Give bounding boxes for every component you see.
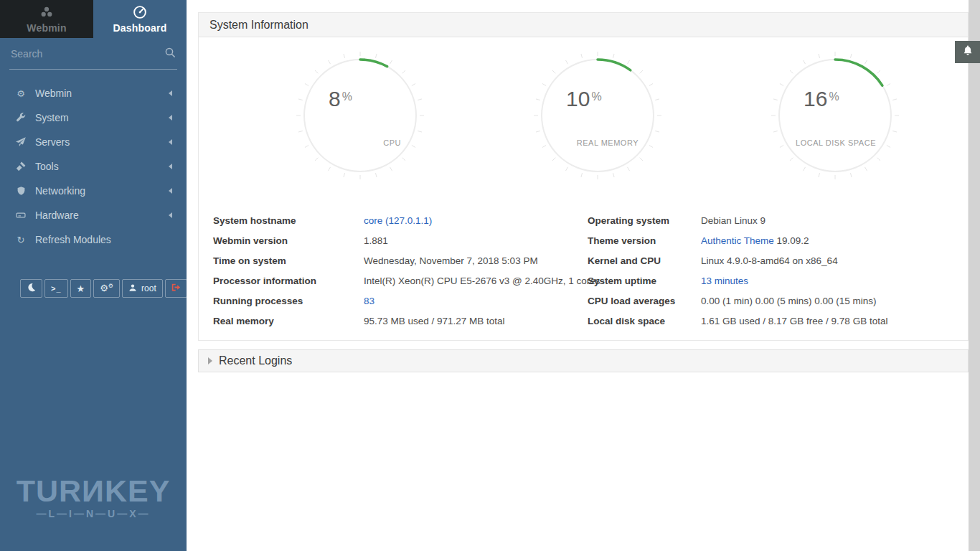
menu-label: Tools xyxy=(35,161,169,172)
refresh-icon: ↻ xyxy=(14,235,27,245)
gears-icon: ⚙⚙ xyxy=(100,283,113,293)
main-content: System Information 8%CPU10%REAL MEMORY16… xyxy=(187,0,969,551)
info-value: 0.00 (1 min) 0.00 (5 mins) 0.00 (15 mins… xyxy=(701,291,968,311)
turnkey-logo-subtitle: —L—I—N—U—X— xyxy=(0,508,187,519)
system-info-right-column: Operating systemDebian Linux 9Theme vers… xyxy=(584,211,968,331)
info-value: 1.881 xyxy=(364,231,600,251)
turnkey-logo: TURИKEY —L—I—N—U—X— xyxy=(0,476,187,519)
sidebar-item-webmin[interactable]: ⚙ Webmin xyxy=(0,81,187,105)
info-value-link[interactable]: core (127.0.1.1) xyxy=(364,215,432,226)
sidebar-item-servers[interactable]: Servers xyxy=(0,130,187,154)
sidebar-menu: ⚙ Webmin System Servers xyxy=(0,81,187,252)
info-value: 1.61 GB used / 8.17 GB free / 9.78 GB to… xyxy=(701,311,968,331)
info-label: CPU load averages xyxy=(588,291,701,311)
sidebar-item-networking[interactable]: Networking xyxy=(0,179,187,203)
info-label: Real memory xyxy=(213,311,364,331)
system-information-header: System Information xyxy=(199,13,968,37)
search-input[interactable] xyxy=(9,45,163,62)
menu-label: Networking xyxy=(35,185,169,197)
recent-logins-toggle[interactable]: Recent Logins xyxy=(198,349,969,372)
info-value: Debian Linux 9 xyxy=(701,211,968,231)
svg-text:CPU: CPU xyxy=(384,138,402,147)
paper-plane-icon xyxy=(14,137,27,147)
system-info-left-column: System hostnamecore (127.0.1.1)Webmin ve… xyxy=(199,211,584,331)
gauge-cpu: 8%CPU xyxy=(292,47,428,184)
bell-icon xyxy=(961,44,974,60)
scrollbar-track xyxy=(969,0,980,551)
info-value-link[interactable]: Authentic Theme xyxy=(701,235,774,246)
menu-label: Servers xyxy=(35,136,169,148)
search-icon[interactable] xyxy=(163,45,177,62)
tab-dashboard-label: Dashboard xyxy=(113,22,167,34)
caret-left-icon xyxy=(169,90,172,96)
sidebar-item-hardware[interactable]: Hardware xyxy=(0,203,187,227)
info-value: 13 minutes xyxy=(701,271,968,291)
night-mode-button[interactable] xyxy=(20,279,42,298)
sidebar-tabs: Webmin Dashboard xyxy=(0,0,187,38)
star-icon: ★ xyxy=(77,284,85,293)
menu-label: Hardware xyxy=(35,209,169,221)
favorites-button[interactable]: ★ xyxy=(70,279,92,298)
menu-label: System xyxy=(35,112,169,123)
info-value: Intel(R) Xeon(R) CPU E5-2676 v3 @ 2.40GH… xyxy=(364,271,600,291)
turnkey-logo-title: TURИKEY xyxy=(0,476,187,507)
tab-webmin-label: Webmin xyxy=(27,22,66,34)
info-label: Local disk space xyxy=(588,311,701,331)
info-value: Linux 4.9.0-8-amd64 on x86_64 xyxy=(701,251,968,271)
caret-right-icon xyxy=(208,357,212,364)
gavel-icon xyxy=(14,161,27,171)
system-info-table: System hostnamecore (127.0.1.1)Webmin ve… xyxy=(199,211,968,340)
tab-dashboard[interactable]: Dashboard xyxy=(93,0,187,38)
shield-icon xyxy=(14,186,27,196)
info-value-link[interactable]: 83 xyxy=(364,296,374,306)
moon-icon xyxy=(27,283,36,294)
info-value: core (127.0.1.1) xyxy=(364,211,600,231)
dashboard-gauge-icon xyxy=(132,4,148,20)
gear-icon: ⚙ xyxy=(14,88,27,99)
sidebar-item-system[interactable]: System xyxy=(0,105,187,130)
gauges-row: 8%CPU10%REAL MEMORY16%LOCAL DISK SPACE xyxy=(199,37,968,211)
info-label: Processor information xyxy=(213,271,364,291)
logout-icon xyxy=(171,283,181,294)
gauge-local-disk-space: 16%LOCAL DISK SPACE xyxy=(767,47,903,184)
webmin-app: Webmin Dashboard ⚙ Webmin xyxy=(0,0,969,551)
menu-label: Refresh Modules xyxy=(35,234,172,245)
caret-left-icon xyxy=(169,212,172,218)
terminal-button[interactable]: >_ xyxy=(44,279,68,298)
info-value: 83 xyxy=(364,291,600,311)
caret-left-icon xyxy=(169,139,172,145)
user-button[interactable]: root xyxy=(122,279,163,298)
quickbar: >_ ★ ⚙⚙ root xyxy=(20,279,187,298)
info-label: Theme version xyxy=(588,231,701,251)
sidebar: Webmin Dashboard ⚙ Webmin xyxy=(0,0,187,551)
caret-left-icon xyxy=(169,164,172,169)
svg-text:LOCAL DISK SPACE: LOCAL DISK SPACE xyxy=(796,138,876,147)
menu-label: Webmin xyxy=(35,88,169,99)
recent-logins-title: Recent Logins xyxy=(219,354,292,367)
sidebar-item-tools[interactable]: Tools xyxy=(0,154,187,179)
user-icon xyxy=(128,283,137,294)
info-label: Kernel and CPU xyxy=(588,251,701,271)
info-label: System uptime xyxy=(588,271,701,291)
tab-webmin[interactable]: Webmin xyxy=(0,0,93,38)
info-value: 95.73 MB used / 971.27 MB total xyxy=(364,311,600,331)
info-label: Running processes xyxy=(213,291,364,311)
svg-text:REAL MEMORY: REAL MEMORY xyxy=(577,138,639,147)
hard-drive-icon xyxy=(14,210,27,220)
webmin-logo-icon xyxy=(39,4,55,20)
info-label: Time on system xyxy=(213,251,364,271)
user-name: root xyxy=(141,283,156,293)
settings-button[interactable]: ⚙⚙ xyxy=(93,279,120,298)
system-information-title: System Information xyxy=(209,19,308,32)
notifications-button[interactable] xyxy=(955,41,980,63)
info-label: System hostname xyxy=(213,211,364,231)
terminal-icon: >_ xyxy=(51,284,62,293)
system-information-panel: System Information 8%CPU10%REAL MEMORY16… xyxy=(198,12,969,341)
info-value-link[interactable]: 13 minutes xyxy=(701,276,748,286)
logout-button[interactable] xyxy=(165,279,187,298)
gauge-real-memory: 10%REAL MEMORY xyxy=(529,47,666,184)
sidebar-item-refresh-modules[interactable]: ↻ Refresh Modules xyxy=(0,227,187,252)
caret-left-icon xyxy=(169,115,172,121)
wrench-icon xyxy=(14,113,27,123)
info-label: Webmin version xyxy=(213,231,364,251)
